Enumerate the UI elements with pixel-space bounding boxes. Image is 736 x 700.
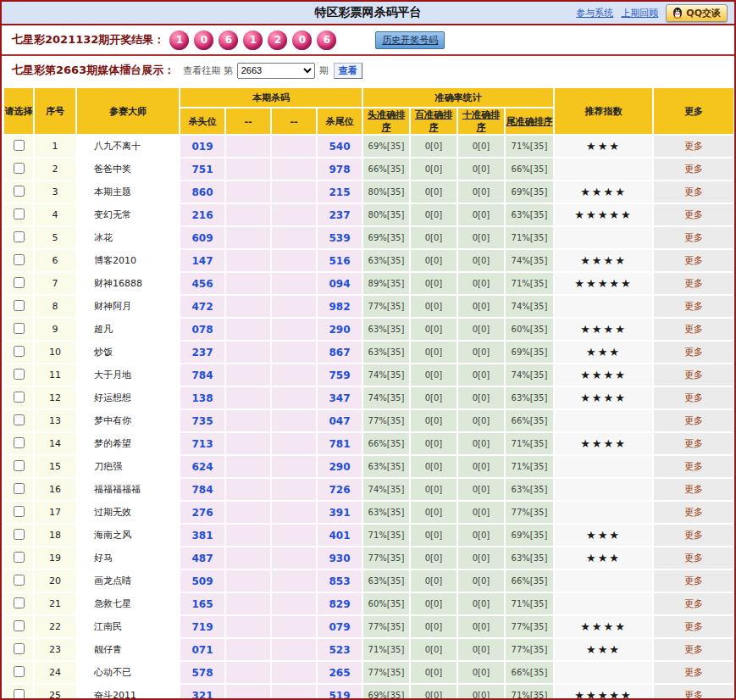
kill-head-link[interactable]: 487 [191, 553, 213, 564]
more-link[interactable]: 更多 [684, 530, 703, 541]
kill-tail-link[interactable]: 867 [329, 347, 350, 358]
kill-head-link[interactable]: 147 [191, 255, 213, 267]
more-link[interactable]: 更多 [684, 255, 703, 266]
kill-head-link[interactable]: 784 [191, 369, 213, 381]
more-link[interactable]: 更多 [684, 324, 703, 335]
kill-tail-link[interactable]: 094 [329, 278, 350, 290]
more-link[interactable]: 更多 [684, 278, 703, 289]
kill-head-link[interactable]: 860 [191, 186, 213, 198]
row-select-checkbox[interactable] [14, 254, 25, 265]
sort-link-hundreds-accuracy[interactable]: 百准确排序 [415, 109, 452, 133]
kill-tail-link[interactable]: 930 [329, 553, 350, 564]
kill-tail-link[interactable]: 237 [329, 209, 350, 221]
more-link[interactable]: 更多 [684, 553, 703, 564]
row-select-checkbox[interactable] [14, 300, 25, 311]
sort-link-head-accuracy[interactable]: 头准确排序 [368, 109, 405, 133]
kill-tail-link[interactable]: 781 [329, 438, 350, 450]
row-select-checkbox[interactable] [14, 414, 25, 425]
kill-head-link[interactable]: 509 [191, 575, 213, 587]
kill-tail-link[interactable]: 982 [329, 301, 350, 313]
kill-head-link[interactable]: 472 [191, 301, 213, 313]
sort-link-tail-accuracy[interactable]: 尾准确排序 [506, 116, 553, 127]
row-select-checkbox[interactable] [14, 437, 25, 448]
more-link[interactable]: 更多 [684, 667, 703, 678]
kill-head-link[interactable]: 138 [191, 392, 213, 404]
kill-head-link[interactable]: 237 [191, 347, 213, 358]
row-select-checkbox[interactable] [14, 483, 25, 494]
row-select-checkbox[interactable] [14, 666, 25, 677]
kill-tail-link[interactable]: 523 [329, 644, 350, 656]
kill-head-link[interactable]: 381 [191, 530, 213, 542]
more-link[interactable]: 更多 [684, 461, 703, 472]
more-link[interactable]: 更多 [684, 690, 703, 700]
kill-tail-link[interactable]: 047 [329, 415, 350, 427]
more-link[interactable]: 更多 [684, 347, 703, 358]
view-button[interactable]: 查看 [334, 63, 362, 79]
kill-head-link[interactable]: 751 [191, 164, 213, 175]
row-select-checkbox[interactable] [14, 323, 25, 334]
row-select-checkbox[interactable] [14, 529, 25, 540]
kill-tail-link[interactable]: 829 [329, 598, 350, 610]
row-select-checkbox[interactable] [14, 597, 25, 608]
row-select-checkbox[interactable] [14, 231, 25, 242]
kill-tail-link[interactable]: 401 [329, 530, 350, 542]
kill-tail-link[interactable]: 978 [329, 164, 350, 175]
more-link[interactable]: 更多 [684, 598, 703, 609]
kill-head-link[interactable]: 609 [191, 232, 213, 244]
kill-tail-link[interactable]: 759 [329, 369, 350, 381]
row-select-checkbox[interactable] [14, 392, 25, 403]
kill-tail-link[interactable]: 290 [329, 461, 350, 473]
kill-tail-link[interactable]: 539 [329, 232, 350, 244]
row-select-checkbox[interactable] [14, 506, 25, 517]
row-select-checkbox[interactable] [14, 140, 25, 151]
period-select[interactable]: 2663 [237, 63, 315, 79]
more-link[interactable]: 更多 [684, 644, 703, 655]
kill-tail-link[interactable]: 265 [329, 667, 350, 679]
more-link[interactable]: 更多 [684, 164, 703, 175]
kill-head-link[interactable]: 276 [191, 507, 213, 519]
more-link[interactable]: 更多 [684, 301, 703, 312]
more-link[interactable]: 更多 [684, 369, 703, 381]
kill-head-link[interactable]: 719 [191, 621, 213, 633]
more-link[interactable]: 更多 [684, 141, 703, 152]
row-select-checkbox[interactable] [14, 643, 25, 654]
row-select-checkbox[interactable] [14, 208, 25, 219]
kill-tail-link[interactable]: 516 [329, 255, 350, 267]
more-link[interactable]: 更多 [684, 438, 703, 449]
more-link[interactable]: 更多 [684, 209, 703, 220]
more-link[interactable]: 更多 [684, 415, 703, 426]
kill-head-link[interactable]: 713 [191, 438, 213, 450]
row-select-checkbox[interactable] [14, 575, 25, 586]
more-link[interactable]: 更多 [684, 507, 703, 518]
row-select-checkbox[interactable] [14, 186, 25, 197]
kill-tail-link[interactable]: 215 [329, 186, 350, 198]
kill-head-link[interactable]: 216 [191, 209, 213, 221]
kill-tail-link[interactable]: 391 [329, 507, 350, 519]
kill-head-link[interactable]: 078 [191, 324, 213, 336]
kill-tail-link[interactable]: 519 [329, 690, 350, 700]
more-link[interactable]: 更多 [684, 186, 703, 197]
kill-tail-link[interactable]: 726 [329, 484, 350, 496]
row-select-checkbox[interactable] [14, 346, 25, 357]
more-link[interactable]: 更多 [684, 575, 703, 586]
row-select-checkbox[interactable] [14, 620, 25, 631]
kill-head-link[interactable]: 019 [191, 141, 213, 153]
history-numbers-link[interactable]: 历史开奖号码 [375, 31, 445, 49]
kill-head-link[interactable]: 735 [191, 415, 213, 427]
kill-tail-link[interactable]: 853 [329, 575, 350, 587]
kill-head-link[interactable]: 578 [191, 667, 213, 679]
more-link[interactable]: 更多 [684, 621, 703, 632]
row-select-checkbox[interactable] [14, 277, 25, 288]
more-link[interactable]: 更多 [684, 484, 703, 495]
kill-tail-link[interactable]: 540 [329, 141, 350, 153]
kill-head-link[interactable]: 456 [191, 278, 213, 290]
link-join-system[interactable]: 参与系统 [576, 7, 613, 19]
kill-head-link[interactable]: 624 [191, 461, 213, 473]
kill-head-link[interactable]: 784 [191, 484, 213, 496]
row-select-checkbox[interactable] [14, 369, 25, 380]
row-select-checkbox[interactable] [14, 163, 25, 174]
kill-head-link[interactable]: 321 [191, 690, 213, 700]
kill-tail-link[interactable]: 079 [329, 621, 350, 633]
more-link[interactable]: 更多 [684, 392, 703, 403]
link-previous-period[interactable]: 上期回顾 [621, 7, 658, 19]
